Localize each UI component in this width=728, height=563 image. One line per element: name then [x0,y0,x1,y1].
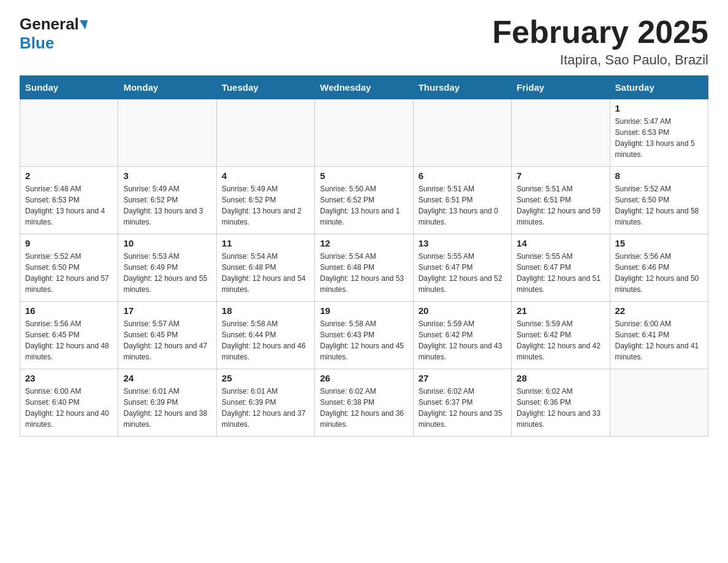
day-info: Sunrise: 5:56 AMSunset: 6:46 PMDaylight:… [615,251,703,295]
day-cell-w4-d2: 25Sunrise: 6:01 AMSunset: 6:39 PMDayligh… [216,369,314,437]
day-info: Sunrise: 5:55 AMSunset: 6:47 PMDaylight:… [517,251,604,295]
day-info: Sunrise: 5:51 AMSunset: 6:51 PMDaylight:… [419,183,506,228]
day-info: Sunrise: 6:02 AMSunset: 6:38 PMDaylight:… [320,386,408,430]
day-cell-w1-d2: 4Sunrise: 5:49 AMSunset: 6:52 PMDaylight… [216,167,314,234]
day-number: 3 [123,170,211,181]
day-info: Sunrise: 5:53 AMSunset: 6:49 PMDaylight:… [123,251,211,295]
day-number: 1 [615,103,703,113]
day-cell-w4-d4: 27Sunrise: 6:02 AMSunset: 6:37 PMDayligh… [413,369,511,437]
day-cell-w3-d0: 16Sunrise: 5:56 AMSunset: 6:45 PMDayligh… [20,302,118,369]
day-cell-w3-d4: 20Sunrise: 5:59 AMSunset: 6:42 PMDayligh… [413,302,511,369]
day-cell-w1-d6: 8Sunrise: 5:52 AMSunset: 6:50 PMDaylight… [610,167,708,234]
week-row-3: 16Sunrise: 5:56 AMSunset: 6:45 PMDayligh… [20,302,708,369]
day-info: Sunrise: 5:56 AMSunset: 6:45 PMDaylight:… [25,318,113,362]
day-number: 17 [123,305,211,316]
day-cell-w0-d2 [216,99,314,167]
week-row-0: 1Sunrise: 5:47 AMSunset: 6:53 PMDaylight… [20,99,708,167]
day-cell-w2-d6: 15Sunrise: 5:56 AMSunset: 6:46 PMDayligh… [610,234,708,302]
day-info: Sunrise: 6:01 AMSunset: 6:39 PMDaylight:… [123,386,211,430]
day-cell-w0-d0 [20,99,118,167]
day-number: 10 [123,238,211,248]
day-cell-w0-d4 [413,99,511,167]
day-info: Sunrise: 5:49 AMSunset: 6:52 PMDaylight:… [222,183,309,228]
month-title: February 2025 [492,15,708,50]
day-cell-w3-d3: 19Sunrise: 5:58 AMSunset: 6:43 PMDayligh… [315,302,413,369]
day-cell-w4-d5: 28Sunrise: 6:02 AMSunset: 6:36 PMDayligh… [512,369,610,437]
day-cell-w4-d1: 24Sunrise: 6:01 AMSunset: 6:39 PMDayligh… [118,369,216,437]
header-friday: Friday [512,76,610,99]
page-header: General Blue February 2025 Itapira, Sao … [20,15,708,68]
day-cell-w0-d6: 1Sunrise: 5:47 AMSunset: 6:53 PMDaylight… [610,99,708,167]
day-cell-w0-d1 [118,99,216,167]
day-info: Sunrise: 5:58 AMSunset: 6:44 PMDaylight:… [222,318,309,362]
day-cell-w0-d3 [315,99,413,167]
logo-general-text: General [20,15,79,34]
week-row-2: 9Sunrise: 5:52 AMSunset: 6:50 PMDaylight… [20,234,708,302]
day-info: Sunrise: 5:54 AMSunset: 6:48 PMDaylight:… [222,251,309,295]
day-cell-w0-d5 [512,99,610,167]
day-info: Sunrise: 5:57 AMSunset: 6:45 PMDaylight:… [123,318,211,362]
day-number: 8 [615,170,703,181]
day-number: 7 [517,170,604,181]
day-number: 2 [25,170,113,181]
day-cell-w3-d2: 18Sunrise: 5:58 AMSunset: 6:44 PMDayligh… [216,302,314,369]
day-number: 14 [517,238,604,248]
day-info: Sunrise: 5:58 AMSunset: 6:43 PMDaylight:… [320,318,408,362]
day-cell-w1-d4: 6Sunrise: 5:51 AMSunset: 6:51 PMDaylight… [413,167,511,234]
day-info: Sunrise: 6:01 AMSunset: 6:39 PMDaylight:… [222,386,309,430]
header-sunday: Sunday [20,76,118,99]
location-subtitle: Itapira, Sao Paulo, Brazil [492,52,708,68]
day-cell-w3-d6: 22Sunrise: 6:00 AMSunset: 6:41 PMDayligh… [610,302,708,369]
day-number: 9 [25,238,113,248]
day-number: 12 [320,238,408,248]
day-info: Sunrise: 5:49 AMSunset: 6:52 PMDaylight:… [123,183,211,228]
header-thursday: Thursday [413,76,511,99]
day-info: Sunrise: 5:55 AMSunset: 6:47 PMDaylight:… [419,251,506,295]
day-info: Sunrise: 5:59 AMSunset: 6:42 PMDaylight:… [517,318,604,362]
day-info: Sunrise: 6:00 AMSunset: 6:40 PMDaylight:… [25,386,113,430]
day-info: Sunrise: 6:02 AMSunset: 6:37 PMDaylight:… [419,386,506,430]
day-number: 19 [320,305,408,316]
day-number: 11 [222,238,309,248]
header-tuesday: Tuesday [216,76,314,99]
title-block: February 2025 Itapira, Sao Paulo, Brazil [492,15,708,68]
day-cell-w1-d5: 7Sunrise: 5:51 AMSunset: 6:51 PMDaylight… [512,167,610,234]
day-number: 22 [615,305,703,316]
day-number: 5 [320,170,408,181]
calendar-table: Sunday Monday Tuesday Wednesday Thursday… [20,75,708,437]
day-cell-w1-d1: 3Sunrise: 5:49 AMSunset: 6:52 PMDaylight… [118,167,216,234]
day-info: Sunrise: 5:52 AMSunset: 6:50 PMDaylight:… [25,251,113,295]
day-cell-w4-d0: 23Sunrise: 6:00 AMSunset: 6:40 PMDayligh… [20,369,118,437]
day-info: Sunrise: 5:50 AMSunset: 6:52 PMDaylight:… [320,183,408,228]
day-number: 27 [419,373,506,383]
day-number: 13 [419,238,506,248]
day-number: 28 [517,373,604,383]
week-row-1: 2Sunrise: 5:48 AMSunset: 6:53 PMDaylight… [20,167,708,234]
day-cell-w3-d1: 17Sunrise: 5:57 AMSunset: 6:45 PMDayligh… [118,302,216,369]
day-cell-w3-d5: 21Sunrise: 5:59 AMSunset: 6:42 PMDayligh… [512,302,610,369]
day-cell-w2-d2: 11Sunrise: 5:54 AMSunset: 6:48 PMDayligh… [216,234,314,302]
day-info: Sunrise: 5:54 AMSunset: 6:48 PMDaylight:… [320,251,408,295]
day-number: 21 [517,305,604,316]
day-cell-w2-d0: 9Sunrise: 5:52 AMSunset: 6:50 PMDaylight… [20,234,118,302]
day-number: 6 [419,170,506,181]
day-number: 4 [222,170,309,181]
logo-blue-text: Blue [20,34,54,52]
logo-arrow-icon [80,20,88,29]
day-info: Sunrise: 5:47 AMSunset: 6:53 PMDaylight:… [615,116,703,160]
day-cell-w2-d5: 14Sunrise: 5:55 AMSunset: 6:47 PMDayligh… [512,234,610,302]
day-info: Sunrise: 5:51 AMSunset: 6:51 PMDaylight:… [517,183,604,228]
day-cell-w1-d0: 2Sunrise: 5:48 AMSunset: 6:53 PMDaylight… [20,167,118,234]
day-number: 16 [25,305,113,316]
day-info: Sunrise: 5:59 AMSunset: 6:42 PMDaylight:… [419,318,506,362]
day-cell-w2-d3: 12Sunrise: 5:54 AMSunset: 6:48 PMDayligh… [315,234,413,302]
day-number: 20 [419,305,506,316]
day-cell-w2-d1: 10Sunrise: 5:53 AMSunset: 6:49 PMDayligh… [118,234,216,302]
day-number: 23 [25,373,113,383]
logo: General Blue [20,15,88,53]
day-cell-w4-d6 [610,369,708,437]
day-cell-w2-d4: 13Sunrise: 5:55 AMSunset: 6:47 PMDayligh… [413,234,511,302]
week-row-4: 23Sunrise: 6:00 AMSunset: 6:40 PMDayligh… [20,369,708,437]
day-number: 15 [615,238,703,248]
day-number: 25 [222,373,309,383]
